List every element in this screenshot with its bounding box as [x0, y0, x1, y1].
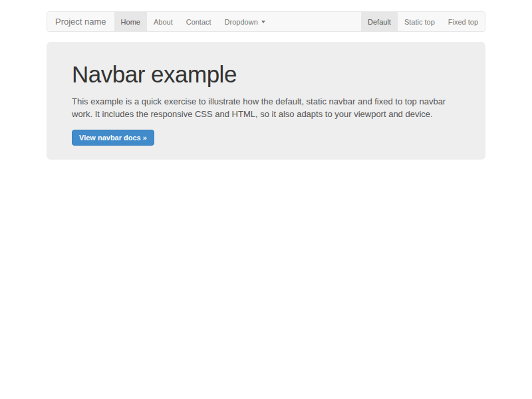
- jumbotron: Navbar example This example is a quick e…: [47, 42, 485, 160]
- nav-item-static-top[interactable]: Static top: [398, 12, 442, 31]
- nav-item-about[interactable]: About: [147, 12, 180, 31]
- nav-item-static-top-label: Static top: [404, 18, 435, 26]
- nav-item-dropdown[interactable]: Dropdown: [218, 12, 272, 31]
- page-container: Project name Home About Contact Dropdown…: [47, 11, 485, 160]
- nav-item-default-label: Default: [368, 18, 391, 26]
- nav-item-home-label: Home: [121, 18, 140, 26]
- navbar-brand[interactable]: Project name: [47, 12, 114, 31]
- nav-item-about-label: About: [154, 18, 173, 26]
- jumbotron-title: Navbar example: [72, 61, 460, 88]
- nav-item-default[interactable]: Default: [361, 12, 398, 31]
- navbar-right-nav: Default Static top Fixed top: [361, 12, 485, 31]
- nav-item-fixed-top-label: Fixed top: [448, 18, 478, 26]
- view-navbar-docs-button[interactable]: View navbar docs »: [72, 130, 154, 146]
- caret-down-icon: [261, 21, 265, 23]
- nav-item-contact[interactable]: Contact: [180, 12, 218, 31]
- nav-item-fixed-top[interactable]: Fixed top: [442, 12, 485, 31]
- nav-item-home[interactable]: Home: [114, 12, 147, 31]
- nav-item-contact-label: Contact: [186, 18, 211, 26]
- jumbotron-description: This example is a quick exercise to illu…: [72, 95, 460, 120]
- nav-item-dropdown-label: Dropdown: [225, 18, 258, 26]
- navbar-left-nav: Home About Contact Dropdown: [114, 12, 272, 31]
- navbar: Project name Home About Contact Dropdown…: [47, 11, 485, 32]
